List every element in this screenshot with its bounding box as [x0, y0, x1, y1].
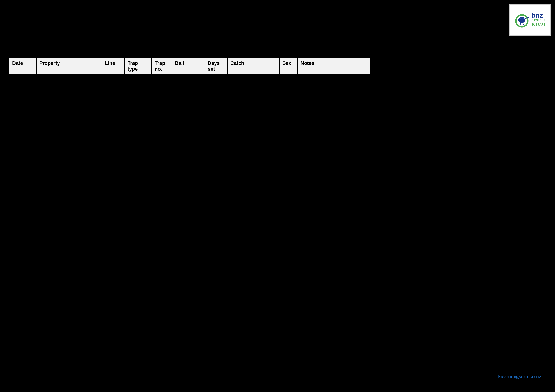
kiwi-label: KIWI: [532, 22, 545, 27]
table-header: Date Property Line Trap type Trap no. Ba…: [9, 58, 371, 75]
svg-line-4: [523, 23, 524, 25]
kiwi-bird-icon: [514, 12, 530, 28]
col-header-bait: Bait: [172, 58, 205, 74]
logo-container: bnz SAVE THE KIWI: [509, 4, 551, 36]
footer-email-link[interactable]: kiwendi@xtra.co.nz: [498, 374, 541, 380]
col-header-traptype: Trap type: [125, 58, 152, 74]
col-header-daysset: Days set: [205, 58, 228, 74]
col-header-sex: Sex: [280, 58, 298, 74]
col-header-catch: Catch: [228, 58, 280, 74]
col-header-line: Line: [102, 58, 125, 74]
svg-line-2: [525, 18, 529, 19]
svg-line-3: [520, 23, 521, 25]
col-header-trapno: Trap no.: [152, 58, 172, 74]
svg-point-5: [524, 18, 525, 19]
col-header-property: Property: [37, 58, 102, 74]
bnz-text-block: bnz SAVE THE KIWI: [532, 12, 546, 27]
col-header-date: Date: [9, 58, 37, 74]
col-header-notes: Notes: [298, 58, 370, 74]
logo-inner: bnz SAVE THE KIWI: [514, 12, 546, 28]
bnz-brand-label: bnz: [532, 12, 543, 19]
svg-point-1: [518, 17, 526, 23]
